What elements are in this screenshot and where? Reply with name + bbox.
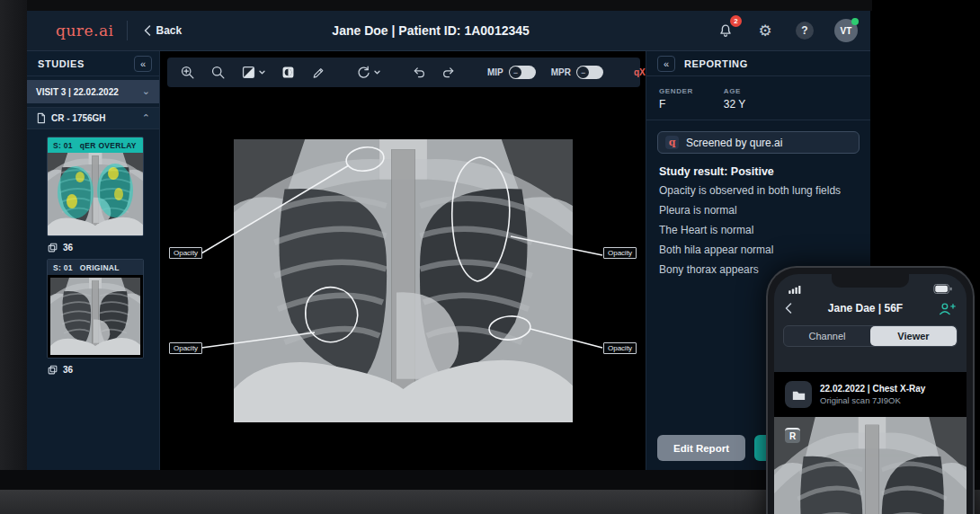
notification-badge: 2	[730, 15, 742, 27]
zoom-in-tool[interactable]	[180, 65, 195, 80]
edit-report-button[interactable]: Edit Report	[657, 435, 745, 461]
rotate-icon	[356, 65, 371, 80]
finding-item: The Heart is normal	[659, 224, 858, 237]
age-label: AGE	[724, 87, 745, 95]
annotate-tool[interactable]	[311, 66, 325, 80]
app-window: qure.ai Back Jane Doe | Patient ID: 1A00…	[27, 11, 870, 470]
qer-overlay-image	[48, 153, 143, 235]
studies-panel: STUDIES « VISIT 3 | 22.02.2022 ⌄ CR - 17…	[27, 51, 160, 470]
qure-ai-logo: qure.ai	[56, 22, 114, 40]
mip-switch: −	[509, 66, 536, 79]
chest-xray-image[interactable]	[234, 139, 573, 422]
series-row[interactable]: CR - 1756GH ⌃	[27, 107, 159, 129]
image-viewer: MIP − MPR − qXR	[160, 51, 646, 470]
chevron-up-icon: ⌃	[142, 116, 150, 121]
invert-tool[interactable]	[281, 65, 296, 80]
image-count: 36	[63, 243, 73, 253]
tab-channel[interactable]: Channel	[784, 326, 870, 346]
finding-label-opacity[interactable]: Opacity	[603, 247, 637, 259]
back-button[interactable]: Back	[144, 24, 183, 37]
phone-screen: Jane Dae | 56F Channel Viewer 22.02.2022…	[774, 274, 967, 514]
finding-item: Opacity is observed in both lung fields	[659, 184, 858, 198]
thumbnail-qer-overlay[interactable]: S: 01 qER OVERLAY	[47, 137, 144, 236]
mpr-switch: −	[576, 66, 603, 79]
findings-list: Opacity is observed in both lung fields …	[646, 178, 870, 277]
invert-icon	[281, 65, 296, 80]
phone-back-icon[interactable]	[785, 303, 792, 314]
folder-icon	[785, 381, 812, 408]
user-avatar[interactable]: VT	[834, 19, 858, 42]
visit-selector[interactable]: VISIT 3 | 22.02.2022 ⌄	[27, 80, 159, 103]
phone-viewer-content: 22.02.2022 | Chest X-Ray Original scan 7…	[774, 372, 967, 514]
undo-icon	[411, 66, 426, 79]
gender-value: F	[659, 98, 693, 111]
thumbnail-name: qER OVERLAY	[80, 141, 137, 150]
thumbnail-name: ORIGINAL	[80, 263, 120, 272]
viewer-toolbar: MIP − MPR − qXR	[167, 58, 640, 87]
finding-label-opacity[interactable]: Opacity	[169, 247, 202, 259]
phone-tab-bar: Channel Viewer	[783, 325, 958, 347]
phone-mockup: Jane Dae | 56F Channel Viewer 22.02.2022…	[766, 266, 975, 514]
help-icon: ?	[796, 22, 814, 40]
search-tool[interactable]	[210, 65, 226, 80]
rotate-tool[interactable]	[356, 65, 380, 80]
avatar-initials: VT	[841, 26, 852, 36]
header-divider	[127, 21, 128, 40]
thumbnail-original[interactable]: S: 01 ORIGINAL	[47, 259, 144, 359]
redo-button[interactable]	[441, 66, 457, 79]
phone-nav-bar: Jane Dae | 56F	[774, 296, 967, 321]
settings-button[interactable]: ⚙	[755, 21, 775, 40]
studies-title: STUDIES	[38, 58, 85, 69]
collapse-studies-button[interactable]: «	[134, 56, 152, 72]
thumbnail-tag: S: 01	[53, 263, 73, 272]
finding-item: Both hila appear normal	[659, 244, 858, 257]
document-icon	[36, 112, 46, 124]
add-contact-icon[interactable]	[939, 302, 956, 315]
right-side-marker: R	[785, 428, 800, 443]
study-result: Study result: Positive	[646, 154, 870, 178]
help-button[interactable]: ?	[795, 21, 815, 40]
scan-subtitle: Original scan 7JI9OK	[820, 395, 925, 405]
notifications-button[interactable]: 2	[716, 21, 735, 40]
gear-icon: ⚙	[758, 23, 771, 39]
series-label: CR - 1756GH	[51, 113, 137, 123]
finding-label-opacity[interactable]: Opacity	[603, 342, 637, 354]
pencil-icon	[311, 66, 325, 80]
image-count-icon	[47, 242, 58, 253]
mpr-toggle[interactable]: MPR −	[551, 66, 603, 79]
laptop-bezel-top	[27, 0, 872, 11]
scan-list-item[interactable]: 22.02.2022 | Chest X-Ray Original scan 7…	[774, 372, 967, 417]
contrast-icon	[241, 65, 256, 80]
chevron-down-icon: ⌄	[142, 89, 150, 94]
scan-title: 22.02.2022 | Chest X-Ray	[820, 384, 925, 394]
zoom-in-icon	[180, 65, 195, 80]
undo-button[interactable]	[411, 66, 426, 79]
mip-label: MIP	[487, 67, 503, 77]
chevron-down-icon	[259, 70, 265, 75]
reporting-title: REPORTING	[684, 58, 748, 69]
phone-notch	[832, 274, 909, 288]
back-label: Back	[156, 24, 183, 37]
app-header: qure.ai Back Jane Doe | Patient ID: 1A00…	[27, 11, 870, 51]
screened-by-badge: q Screened by qure.ai	[657, 131, 860, 154]
image-count: 36	[63, 365, 73, 375]
chevron-down-icon	[374, 70, 380, 75]
mpr-label: MPR	[551, 67, 571, 77]
gender-label: GENDER	[659, 87, 693, 95]
phone-xray-image[interactable]: R	[774, 417, 967, 514]
visit-label: VISIT 3 | 22.02.2022	[36, 87, 119, 97]
battery-icon	[933, 284, 952, 294]
tab-viewer[interactable]: Viewer	[870, 326, 957, 346]
window-level-tool[interactable]	[241, 65, 265, 80]
screened-by-text: Screened by qure.ai	[686, 137, 782, 149]
online-status-dot	[851, 18, 859, 25]
qure-q-icon: q	[665, 136, 679, 149]
mip-toggle[interactable]: MIP −	[487, 66, 536, 79]
collapse-reporting-button[interactable]: «	[657, 56, 675, 72]
age-value: 32 Y	[724, 98, 745, 111]
finding-label-opacity[interactable]: Opacity	[169, 342, 202, 354]
original-image	[48, 275, 143, 358]
patient-title: Jane Doe | Patient ID: 1A0012345	[182, 23, 716, 38]
signal-icon	[788, 285, 802, 294]
finding-item: Pleura is normal	[659, 204, 858, 217]
